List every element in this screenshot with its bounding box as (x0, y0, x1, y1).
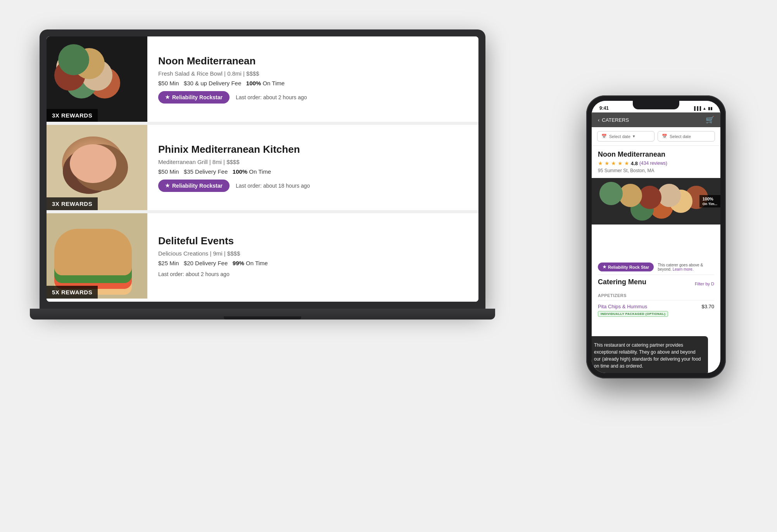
date-selector-row: 📅 Select date ▾ 📅 Select date (592, 127, 720, 146)
menu-item-tag: INDIVIDUALLY PACKAGED (OPTIONAL) (598, 311, 668, 317)
badge-label: Reliability Rockstar (172, 183, 223, 189)
min-order: $50 Min (158, 80, 179, 86)
reliability-tooltip: This restaurant or catering partner prov… (592, 336, 708, 373)
badge-star-icon: ★ (603, 264, 606, 269)
restaurant-card[interactable]: 3X REWARDS Phinix Mediterranean Kitchen … (47, 125, 478, 213)
restaurant-details: $50 Min $35 Delivery Fee 100% On Time (158, 168, 468, 175)
scene: 3X REWARDS Noon Mediterranean Fresh Sala… (20, 18, 757, 514)
restaurant-meta: Mediterranean Grill | 8mi | $$$$ (158, 159, 468, 165)
phone-menu-title: Catering Menu (598, 278, 646, 286)
card-image-sandwich: 5X REWARDS (47, 213, 147, 299)
cart-icon[interactable]: 🛒 (706, 116, 714, 124)
badge-row: ★ Reliability Rockstar Last order: about… (158, 91, 468, 104)
star-icon: ★ (165, 183, 170, 188)
restaurant-name: Deliteful Events (158, 235, 468, 247)
laptop-outer: 3X REWARDS Noon Mediterranean Fresh Sala… (40, 29, 485, 309)
delivery-fee: $20 Delivery Fee (184, 260, 228, 266)
phone-reliability-row: ★ Reliability Rock Star This caterer goe… (598, 259, 714, 275)
on-time-pct: 100% (246, 80, 261, 86)
on-time-label: On Time (246, 260, 268, 266)
phone-badge-description: This caterer goes above & beyond. Learn … (658, 263, 714, 271)
restaurant-details: $50 Min $30 & up Delivery Fee 100% On Ti… (158, 80, 468, 86)
wifi-icon: ▲ (703, 106, 706, 111)
back-arrow-icon: ‹ (598, 117, 599, 123)
menu-item-left: Pita Chips & Hummus INDIVIDUALLY PACKAGE… (598, 304, 668, 317)
phone-header: ‹ CATERERS 🛒 (592, 112, 720, 127)
reliability-badge[interactable]: ★ Reliability Rockstar (158, 91, 230, 104)
phone-bottom: ★ Reliability Rock Star This caterer goe… (592, 256, 720, 323)
calendar-icon-1: 📅 (601, 134, 607, 139)
phone-section-label: APPETIZERS (598, 291, 714, 301)
restaurant-card[interactable]: 3X REWARDS Noon Mediterranean Fresh Sala… (47, 36, 478, 125)
badge-row: ★ Reliability Rockstar Last order: about… (158, 180, 468, 192)
restaurant-details: $25 Min $20 Delivery Fee 99% On Time (158, 260, 468, 266)
phone-badge-label: Reliability Rock Star (608, 265, 649, 269)
restaurant-meta: Delicious Creations | 9mi | $$$$ (158, 250, 468, 257)
card-image-pizza: 3X REWARDS (47, 125, 147, 210)
on-time-label: On Time (262, 80, 285, 86)
last-order: Last order: about 2 hours ago (158, 271, 230, 277)
on-time-label: On Time (249, 168, 271, 175)
badge-label: Reliability Rockstar (172, 94, 223, 100)
badge-row: Last order: about 2 hours ago (158, 271, 468, 277)
phone-screen: 9:41 ▐▐▐ ▲ ▮▮ ‹ CATERERS 🛒 (592, 101, 720, 373)
chevron-down-icon-1: ▾ (633, 134, 635, 139)
restaurant-list: 3X REWARDS Noon Mediterranean Fresh Sala… (47, 36, 478, 302)
phone-reliability-badge[interactable]: ★ Reliability Rock Star (598, 263, 654, 271)
date-select-1[interactable]: 📅 Select date ▾ (597, 131, 654, 142)
phone-outer: 9:41 ▐▐▐ ▲ ▮▮ ‹ CATERERS 🛒 (586, 95, 726, 378)
phone-menu-header: Catering Menu Filter by D (598, 278, 714, 289)
phone: 9:41 ▐▐▐ ▲ ▮▮ ‹ CATERERS 🛒 (586, 95, 726, 378)
last-order: Last order: about 2 hours ago (236, 94, 307, 100)
date-placeholder-1: Select date (609, 134, 630, 139)
menu-item-name: Pita Chips & Hummus (598, 304, 668, 309)
star-4: ★ (618, 160, 623, 166)
laptop-base (30, 309, 495, 320)
signal-icon: ▐▐▐ (693, 106, 701, 111)
star-1: ★ (598, 160, 603, 166)
phone-menu-item[interactable]: Pita Chips & Hummus INDIVIDUALLY PACKAGE… (598, 304, 714, 317)
last-order: Last order: about 18 hours ago (236, 183, 310, 189)
card-content-phinix: Phinix Mediterranean Kitchen Mediterrane… (147, 125, 478, 210)
learn-more-link[interactable]: Learn more. (673, 267, 694, 271)
phone-menu-filter[interactable]: Filter by D (695, 282, 714, 286)
card-content-deliteful: Deliteful Events Delicious Creations | 9… (147, 213, 478, 299)
star-2: ★ (604, 160, 610, 166)
delivery-fee: $30 & up Delivery Fee (184, 80, 241, 86)
phone-food-image: 100%On Tim... (592, 178, 720, 225)
rating-count[interactable]: (434 reviews) (639, 161, 667, 166)
on-time-pct: 100% (233, 168, 247, 175)
restaurant-meta: Fresh Salad & Rice Bowl | 0.8mi | $$$$ (158, 70, 468, 77)
laptop-screen: 3X REWARDS Noon Mediterranean Fresh Sala… (47, 36, 478, 302)
reliability-badge[interactable]: ★ Reliability Rockstar (158, 180, 230, 192)
min-order: $25 Min (158, 260, 179, 266)
min-order: $50 Min (158, 168, 179, 175)
star-3: ★ (611, 160, 616, 166)
delivery-fee: $35 Delivery Fee (184, 168, 228, 175)
status-time: 9:41 (599, 105, 609, 111)
restaurant-name: Noon Mediterranean (158, 55, 468, 67)
rewards-badge: 5X REWARDS (47, 286, 98, 299)
rewards-badge: 3X REWARDS (47, 197, 98, 210)
star-5: ★ (624, 160, 629, 166)
restaurant-card[interactable]: 5X REWARDS Deliteful Events Delicious Cr… (47, 213, 478, 299)
tooltip-text: This restaurant or catering partner prov… (594, 342, 701, 369)
star-icon: ★ (165, 94, 170, 100)
phone-stars: ★ ★ ★ ★ ★ 4.8 (434 reviews) (598, 160, 714, 166)
battery-icon: ▮▮ (708, 106, 713, 111)
on-time-overlay: 100%On Tim... (699, 195, 720, 207)
on-time-pct: 99% (233, 260, 244, 266)
menu-item-price: $3.70 (701, 304, 714, 309)
date-select-2[interactable]: 📅 Select date (658, 131, 715, 142)
calendar-icon-2: 📅 (662, 134, 667, 139)
back-button[interactable]: ‹ CATERERS (598, 117, 629, 123)
phone-address: 95 Summer St, Boston, MA (598, 168, 714, 173)
phone-restaurant-name: Noon Mediterranean (598, 150, 714, 159)
rating-number: 4.8 (631, 161, 638, 166)
phone-restaurant-info: Noon Mediterranean ★ ★ ★ ★ ★ 4.8 (434 re… (592, 146, 720, 178)
date-placeholder-2: Select date (670, 134, 691, 139)
phone-notch (633, 101, 679, 109)
laptop: 3X REWARDS Noon Mediterranean Fresh Sala… (40, 29, 485, 324)
card-content-noon: Noon Mediterranean Fresh Salad & Rice Bo… (147, 36, 478, 122)
restaurant-name: Phinix Mediterranean Kitchen (158, 143, 468, 155)
